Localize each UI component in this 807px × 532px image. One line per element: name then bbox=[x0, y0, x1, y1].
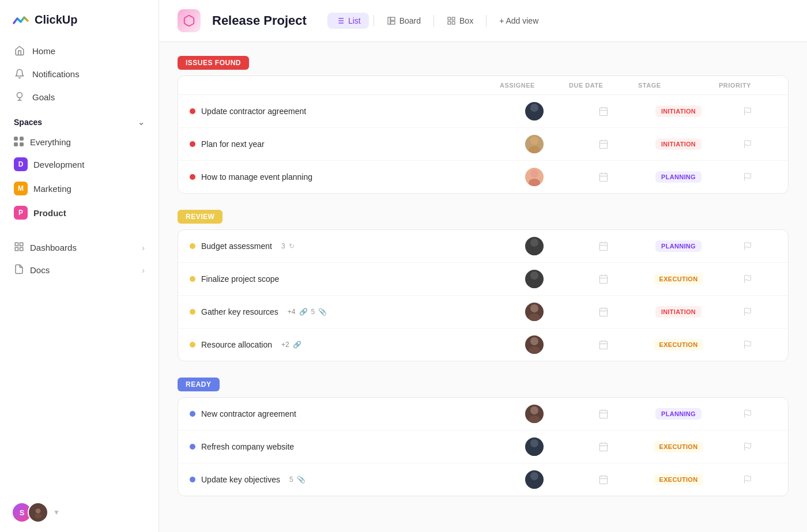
sidebar-item-docs[interactable]: Docs › bbox=[7, 259, 152, 281]
priority-cell[interactable] bbox=[719, 107, 776, 116]
due-date-cell[interactable] bbox=[569, 241, 638, 251]
priority-cell[interactable] bbox=[719, 340, 776, 349]
due-date-cell[interactable] bbox=[569, 307, 638, 317]
avatar-group[interactable]: S bbox=[12, 502, 48, 523]
task-name: Gather key resources bbox=[201, 307, 278, 316]
due-date-cell[interactable] bbox=[569, 172, 638, 182]
priority-cell[interactable] bbox=[719, 442, 776, 451]
task-dot bbox=[190, 342, 195, 348]
due-date-cell[interactable] bbox=[569, 474, 638, 485]
stage-cell[interactable]: EXECUTION bbox=[638, 339, 719, 350]
sidebar-item-development[interactable]: D Development bbox=[7, 152, 152, 176]
svg-rect-13 bbox=[388, 17, 390, 24]
tab-board[interactable]: Board bbox=[379, 13, 429, 29]
attachment-icon: 📎 bbox=[318, 308, 327, 316]
due-date-cell[interactable] bbox=[569, 339, 638, 350]
due-date-cell[interactable] bbox=[569, 139, 638, 149]
svg-point-27 bbox=[530, 137, 538, 145]
priority-cell[interactable] bbox=[719, 242, 776, 251]
task-dot bbox=[190, 276, 195, 282]
spaces-chevron-icon[interactable]: ⌄ bbox=[138, 118, 145, 127]
tab-box[interactable]: Box bbox=[439, 13, 481, 29]
avatar bbox=[525, 135, 544, 153]
task-dot bbox=[190, 141, 195, 147]
priority-cell[interactable] bbox=[719, 274, 776, 284]
dashboards-chevron-icon: › bbox=[142, 243, 145, 252]
svg-rect-29 bbox=[599, 141, 608, 149]
sidebar-item-notifications[interactable]: Notifications bbox=[7, 62, 152, 85]
task-name: Resource allocation bbox=[201, 340, 272, 349]
svg-rect-3 bbox=[15, 248, 18, 251]
due-date-cell[interactable] bbox=[569, 409, 638, 419]
user-chevron-icon[interactable]: ▼ bbox=[53, 508, 60, 516]
add-view-button[interactable]: + Add view bbox=[491, 13, 546, 29]
table-row[interactable]: How to manage event planning PLANNING bbox=[178, 161, 788, 193]
svg-point-77 bbox=[529, 448, 540, 456]
svg-point-84 bbox=[529, 481, 540, 489]
task-name: New contractor agreement bbox=[201, 409, 296, 418]
svg-rect-50 bbox=[599, 276, 608, 284]
svg-rect-4 bbox=[20, 248, 23, 251]
avatar-2 bbox=[28, 502, 48, 523]
stage-cell[interactable]: PLANNING bbox=[638, 408, 719, 420]
docs-chevron-icon: › bbox=[142, 265, 145, 275]
priority-cell[interactable] bbox=[719, 475, 776, 484]
avatar bbox=[525, 470, 544, 489]
sidebar-item-everything[interactable]: Everything bbox=[7, 131, 152, 152]
table-row[interactable]: Gather key resources +4 🔗 5 📎 bbox=[178, 296, 788, 329]
svg-point-48 bbox=[530, 271, 538, 280]
stage-cell[interactable]: INITIATION bbox=[638, 138, 719, 150]
sidebar-item-dashboards[interactable]: Dashboards › bbox=[7, 236, 152, 259]
development-badge: D bbox=[14, 157, 28, 171]
due-date-cell[interactable] bbox=[569, 442, 638, 452]
table-row[interactable]: New contractor agreement PLANNING bbox=[178, 398, 788, 431]
assignee-cell bbox=[500, 405, 569, 423]
svg-point-41 bbox=[530, 239, 538, 247]
svg-rect-71 bbox=[599, 410, 608, 418]
svg-point-69 bbox=[530, 406, 538, 414]
table-row[interactable]: Resource allocation +2 🔗 bbox=[178, 329, 788, 361]
due-date-cell[interactable] bbox=[569, 274, 638, 284]
extra-count: +2 bbox=[281, 341, 289, 349]
stage-cell[interactable]: EXECUTION bbox=[638, 474, 719, 485]
table-row[interactable]: Update contractor agreement INITIATION bbox=[178, 95, 788, 128]
sidebar-item-goals[interactable]: Goals bbox=[7, 85, 152, 108]
priority-cell[interactable] bbox=[719, 172, 776, 182]
priority-cell[interactable] bbox=[719, 409, 776, 418]
priority-cell[interactable] bbox=[719, 307, 776, 316]
table-row[interactable]: Refresh company website EXECUTION bbox=[178, 431, 788, 463]
sidebar-item-marketing[interactable]: M Marketing bbox=[7, 176, 152, 201]
avatar bbox=[525, 405, 544, 423]
table-row[interactable]: Plan for next year INITIATION bbox=[178, 128, 788, 161]
avatar bbox=[525, 102, 544, 120]
priority-cell[interactable] bbox=[719, 139, 776, 149]
stage-cell[interactable]: EXECUTION bbox=[638, 273, 719, 285]
sidebar-item-product[interactable]: P Product bbox=[7, 201, 152, 225]
col-task bbox=[190, 82, 500, 89]
tab-divider-3 bbox=[486, 15, 487, 27]
table-row[interactable]: Budget assessment 3 ↻ bbox=[178, 230, 788, 263]
svg-rect-18 bbox=[448, 21, 451, 24]
stage-cell[interactable]: PLANNING bbox=[638, 240, 719, 252]
task-name: Budget assessment bbox=[201, 242, 272, 251]
task-name: Plan for next year bbox=[201, 139, 265, 149]
due-date-cell[interactable] bbox=[569, 106, 638, 116]
task-name: Update contractor agreement bbox=[201, 107, 306, 116]
stage-cell[interactable]: INITIATION bbox=[638, 105, 719, 117]
task-dot bbox=[190, 444, 195, 450]
stage-cell[interactable]: INITIATION bbox=[638, 306, 719, 318]
tab-list[interactable]: List bbox=[327, 13, 369, 29]
stage-cell[interactable]: EXECUTION bbox=[638, 441, 719, 452]
svg-rect-2 bbox=[20, 243, 23, 246]
sidebar-item-home[interactable]: Home bbox=[7, 39, 152, 62]
sidebar-nav: Home Notifications Goals bbox=[0, 39, 159, 108]
avatar bbox=[525, 237, 544, 255]
svg-rect-17 bbox=[452, 17, 455, 20]
table-row[interactable]: Finalize project scope EXECUTION bbox=[178, 263, 788, 296]
meta-count: 5 bbox=[311, 308, 315, 316]
table-row[interactable]: Update key objectives 5 📎 bbox=[178, 463, 788, 496]
task-meta: +4 🔗 5 📎 bbox=[288, 308, 327, 316]
stage-cell[interactable]: PLANNING bbox=[638, 171, 719, 183]
sidebar-item-marketing-label: Marketing bbox=[33, 184, 71, 194]
attachment-icon: 📎 bbox=[297, 476, 306, 484]
